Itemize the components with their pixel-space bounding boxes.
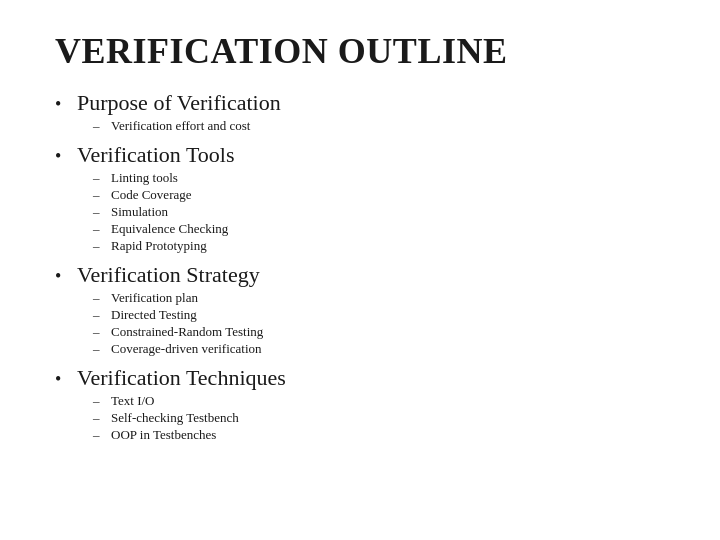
- list-item: –Self-checking Testbench: [93, 410, 665, 426]
- sub-dash-icon: –: [93, 170, 105, 186]
- main-text-purpose: Purpose of Verification: [77, 90, 281, 116]
- sub-dash-icon: –: [93, 427, 105, 443]
- sub-item-text: Self-checking Testbench: [111, 410, 239, 426]
- list-item: –Rapid Prototyping: [93, 238, 665, 254]
- sections-container: •Purpose of Verification–Verification ef…: [55, 90, 665, 451]
- section-purpose: •Purpose of Verification–Verification ef…: [55, 90, 665, 134]
- sub-item-text: Verification effort and cost: [111, 118, 250, 134]
- sub-items-tools: –Linting tools–Code Coverage–Simulation–…: [93, 170, 665, 254]
- sub-dash-icon: –: [93, 393, 105, 409]
- bullet-main-strategy: •Verification Strategy: [55, 262, 665, 288]
- sub-dash-icon: –: [93, 221, 105, 237]
- main-text-tools: Verification Tools: [77, 142, 235, 168]
- sub-items-strategy: –Verification plan–Directed Testing–Cons…: [93, 290, 665, 357]
- sub-item-text: Linting tools: [111, 170, 178, 186]
- main-text-strategy: Verification Strategy: [77, 262, 260, 288]
- sub-dash-icon: –: [93, 341, 105, 357]
- list-item: –Code Coverage: [93, 187, 665, 203]
- bullet-dot: •: [55, 146, 69, 167]
- sub-items-techniques: –Text I/O–Self-checking Testbench–OOP in…: [93, 393, 665, 443]
- list-item: –Text I/O: [93, 393, 665, 409]
- list-item: –OOP in Testbenches: [93, 427, 665, 443]
- sub-item-text: Constrained-Random Testing: [111, 324, 263, 340]
- sub-item-text: OOP in Testbenches: [111, 427, 216, 443]
- sub-item-text: Rapid Prototyping: [111, 238, 207, 254]
- bullet-dot: •: [55, 94, 69, 115]
- sub-item-text: Coverage-driven verification: [111, 341, 262, 357]
- sub-item-text: Simulation: [111, 204, 168, 220]
- list-item: –Verification effort and cost: [93, 118, 665, 134]
- sub-dash-icon: –: [93, 118, 105, 134]
- slide-title: VERIFICATION OUTLINE: [55, 30, 665, 72]
- sub-dash-icon: –: [93, 238, 105, 254]
- bullet-dot: •: [55, 369, 69, 390]
- section-strategy: •Verification Strategy–Verification plan…: [55, 262, 665, 357]
- sub-dash-icon: –: [93, 187, 105, 203]
- list-item: –Verification plan: [93, 290, 665, 306]
- sub-dash-icon: –: [93, 307, 105, 323]
- list-item: –Constrained-Random Testing: [93, 324, 665, 340]
- slide: VERIFICATION OUTLINE •Purpose of Verific…: [0, 0, 720, 540]
- sub-dash-icon: –: [93, 410, 105, 426]
- sub-items-purpose: –Verification effort and cost: [93, 118, 665, 134]
- sub-item-text: Text I/O: [111, 393, 155, 409]
- sub-item-text: Equivalence Checking: [111, 221, 228, 237]
- list-item: –Directed Testing: [93, 307, 665, 323]
- list-item: –Linting tools: [93, 170, 665, 186]
- sub-item-text: Code Coverage: [111, 187, 192, 203]
- sub-dash-icon: –: [93, 290, 105, 306]
- bullet-main-techniques: •Verification Techniques: [55, 365, 665, 391]
- bullet-main-tools: •Verification Tools: [55, 142, 665, 168]
- sub-item-text: Verification plan: [111, 290, 198, 306]
- list-item: –Equivalence Checking: [93, 221, 665, 237]
- sub-item-text: Directed Testing: [111, 307, 197, 323]
- sub-dash-icon: –: [93, 204, 105, 220]
- sub-dash-icon: –: [93, 324, 105, 340]
- list-item: –Coverage-driven verification: [93, 341, 665, 357]
- section-techniques: •Verification Techniques–Text I/O–Self-c…: [55, 365, 665, 443]
- main-text-techniques: Verification Techniques: [77, 365, 286, 391]
- bullet-main-purpose: •Purpose of Verification: [55, 90, 665, 116]
- section-tools: •Verification Tools–Linting tools–Code C…: [55, 142, 665, 254]
- bullet-dot: •: [55, 266, 69, 287]
- list-item: –Simulation: [93, 204, 665, 220]
